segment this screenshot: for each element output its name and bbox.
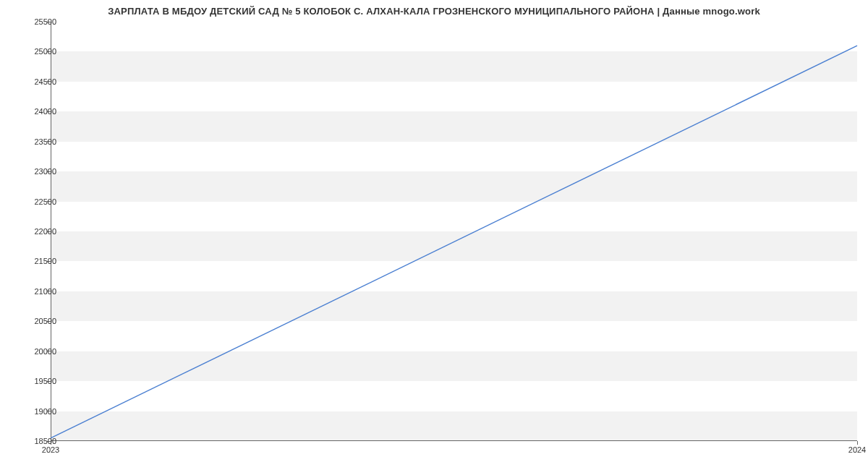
y-tick-label: 20500 xyxy=(34,317,56,325)
y-tick-label: 21000 xyxy=(34,287,56,296)
data-line xyxy=(51,46,857,438)
y-tick-label: 19000 xyxy=(34,407,56,416)
y-tick-label: 24500 xyxy=(34,77,56,86)
chart-container: ЗАРПЛАТА В МБДОУ ДЕТСКИЙ САД № 5 КОЛОБОК… xyxy=(0,0,868,470)
y-tick-label: 24000 xyxy=(34,107,56,116)
x-tick-label: 2024 xyxy=(848,445,866,454)
y-tick-label: 22000 xyxy=(34,227,56,236)
line-layer xyxy=(51,22,857,441)
y-tick-label: 18500 xyxy=(34,437,56,445)
y-tick-label: 22500 xyxy=(34,197,56,206)
y-tick-label: 20000 xyxy=(34,347,56,356)
x-tick xyxy=(857,441,858,445)
y-tick-label: 23000 xyxy=(34,167,56,176)
y-tick-label: 23500 xyxy=(34,137,56,146)
y-tick-label: 25000 xyxy=(34,47,56,56)
y-tick-label: 19500 xyxy=(34,377,56,385)
chart-title: ЗАРПЛАТА В МБДОУ ДЕТСКИЙ САД № 5 КОЛОБОК… xyxy=(0,6,868,17)
plot-area: 20232024 xyxy=(51,22,857,441)
y-tick-label: 25500 xyxy=(34,17,56,26)
x-tick-label: 2023 xyxy=(42,445,59,454)
y-tick-label: 21500 xyxy=(34,257,56,265)
